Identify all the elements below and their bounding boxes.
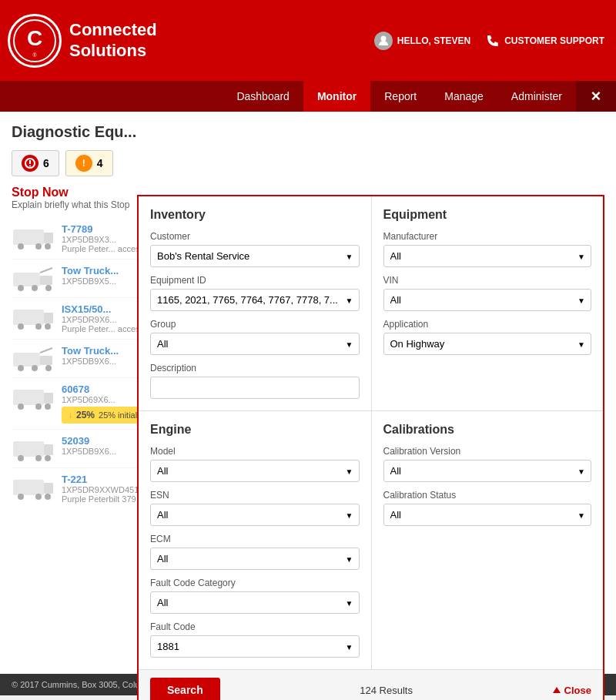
navbar: Dashboard Monitor Report Manage Administ…: [0, 81, 616, 112]
tab-report[interactable]: Report: [370, 81, 430, 112]
model-select[interactable]: All: [150, 460, 360, 482]
fault-code-label: Fault Code: [150, 621, 360, 632]
tow-truck-icon: [12, 265, 54, 292]
svg-point-10: [35, 243, 42, 250]
application-select[interactable]: On Highway: [383, 333, 592, 355]
truck-icon-5: [12, 474, 54, 501]
cal-version-select-wrapper: All ▼: [383, 460, 592, 482]
vehicle-name[interactable]: Tow Truck...: [62, 345, 119, 357]
manufacturer-select[interactable]: All: [383, 245, 592, 267]
vehicle-badge: ↓ 25% 25% initial: [62, 407, 143, 424]
group-label: Group: [150, 319, 360, 330]
svg-rect-12: [13, 273, 40, 286]
filter-footer: Search 124 Results Close: [139, 670, 603, 700]
svg-point-36: [18, 455, 24, 461]
customer-select-wrapper: Bob's Rental Service ▼: [150, 245, 360, 267]
model-select-wrapper: All ▼: [150, 460, 360, 482]
svg-point-41: [18, 494, 24, 500]
warning-tab[interactable]: ! 4: [65, 150, 113, 176]
svg-point-16: [45, 285, 52, 291]
svg-point-20: [18, 323, 24, 330]
vehicle-vin: 1XP5DB9X5...: [62, 276, 119, 286]
ecm-label: ECM: [150, 534, 360, 544]
svg-rect-40: [44, 483, 53, 494]
tab-monitor[interactable]: Monitor: [303, 81, 370, 112]
svg-point-22: [45, 323, 51, 330]
user-icon: [374, 32, 393, 50]
customer-select[interactable]: Bob's Rental Service: [150, 245, 360, 267]
truck-icon-4: [12, 435, 54, 462]
model-label: Model: [150, 446, 360, 457]
vehicle-name[interactable]: 60678: [62, 383, 143, 395]
cal-version-select[interactable]: All: [383, 460, 592, 482]
svg-rect-34: [13, 441, 44, 457]
tab-administer[interactable]: Administer: [497, 81, 576, 112]
manufacturer-select-wrapper: All ▼: [383, 245, 592, 267]
fault-category-select[interactable]: All: [150, 591, 360, 614]
svg-text:C: C: [27, 26, 42, 50]
application-select-wrapper: On Highway ▼: [383, 333, 592, 355]
page-title: Diagnostic Equ...: [12, 123, 604, 141]
stop-icon: [22, 155, 38, 172]
svg-point-15: [32, 285, 38, 291]
badge-label: 25% initial: [99, 410, 137, 420]
truck-icon: [12, 223, 54, 250]
vehicle-name[interactable]: Tow Truck...: [62, 265, 119, 276]
fault-code-select[interactable]: 1881: [150, 635, 360, 658]
filter-top-grid: Inventory Customer Bob's Rental Service …: [139, 196, 603, 411]
application-label: Application: [383, 319, 592, 330]
svg-point-37: [35, 455, 42, 461]
tab-manage[interactable]: Manage: [430, 81, 497, 112]
ecm-select[interactable]: All: [150, 548, 360, 570]
tab-dashboard[interactable]: Dashboard: [223, 81, 303, 112]
svg-point-9: [18, 243, 24, 250]
vin-select[interactable]: All: [383, 289, 592, 311]
warning-count: 4: [97, 157, 103, 169]
close-filter-button[interactable]: Close: [553, 685, 591, 696]
vehicle-vin: 1XP5DB9X6...: [62, 357, 119, 366]
group-select[interactable]: All: [150, 333, 360, 355]
svg-rect-35: [44, 444, 53, 455]
close-triangle-icon: [553, 687, 561, 693]
calibrations-section: Calibrations Calibration Version All ▼ C…: [371, 411, 604, 669]
svg-point-32: [35, 404, 42, 410]
equipment-id-label: Equipment ID: [150, 275, 360, 286]
description-input[interactable]: [150, 377, 360, 399]
esn-select[interactable]: All: [150, 504, 360, 526]
svg-rect-39: [13, 480, 44, 495]
svg-point-33: [45, 404, 51, 410]
badge-arrow-icon: ↓: [68, 410, 72, 420]
svg-point-3: [380, 35, 386, 41]
warning-icon: !: [75, 155, 92, 172]
calibrations-title: Calibrations: [383, 423, 592, 437]
vehicle-info: 60678 1XP5D69X6... ↓ 25% 25% initial: [62, 383, 143, 424]
brand-line2: Solutions: [69, 41, 157, 61]
inventory-title: Inventory: [150, 208, 360, 222]
svg-rect-30: [44, 393, 53, 404]
svg-point-38: [45, 455, 51, 461]
header-left: C ® Connected Solutions: [8, 14, 157, 68]
equipment-id-select[interactable]: 1165, 2021, 7765, 7764, 7767, 7778, 7...: [150, 289, 360, 311]
vehicle-info: Tow Truck... 1XP5DB9X5...: [62, 265, 119, 286]
cummins-logo: C ®: [8, 14, 62, 68]
user-info: HELLO, STEVEN: [374, 32, 470, 50]
fault-code-select-wrapper: 1881 ▼: [150, 635, 360, 658]
nav-close-button[interactable]: ×: [576, 81, 616, 112]
stop-now-tab[interactable]: 6: [12, 150, 59, 176]
svg-point-6: [29, 166, 31, 167]
tow-truck-icon-2: [12, 345, 54, 372]
vehicle-info: 52039 1XP5DB9X6...: [62, 435, 116, 456]
cal-status-select[interactable]: All: [383, 504, 592, 526]
description-label: Description: [150, 363, 360, 373]
svg-text:®: ®: [32, 52, 37, 58]
svg-rect-29: [13, 390, 44, 405]
cal-status-label: Calibration Status: [383, 490, 592, 501]
header-right: HELLO, STEVEN CUSTOMER SUPPORT: [374, 32, 604, 50]
search-button[interactable]: Search: [150, 678, 220, 700]
svg-point-42: [35, 494, 42, 500]
svg-line-28: [40, 348, 52, 353]
badge-text: 25%: [76, 410, 95, 420]
vehicle-name[interactable]: 52039: [62, 435, 116, 447]
ecm-select-wrapper: All ▼: [150, 548, 360, 570]
engine-section: Engine Model All ▼ ESN All ▼ ECM: [139, 411, 371, 669]
